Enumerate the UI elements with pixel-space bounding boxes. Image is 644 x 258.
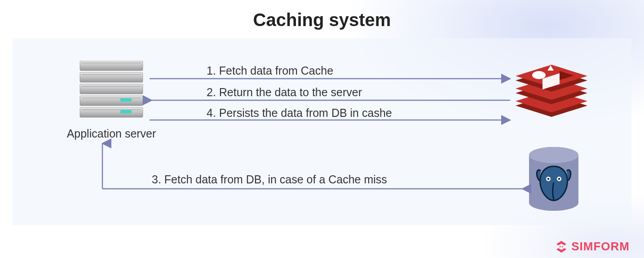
simform-logo-icon [555, 240, 568, 254]
simform-logo-text: SIMFORM [571, 240, 630, 254]
arrow-3-label: 3. Fetch data from DB, in case of a Cach… [152, 173, 387, 186]
arrow-2-label: 2. Return the data to the server [207, 86, 362, 99]
arrow-1-label: 1. Fetch data from Cache [207, 64, 333, 77]
diagram-title: Caching system [0, 10, 644, 30]
arrow-4-label: 4. Persists the data from DB in cashe [207, 107, 392, 120]
simform-logo: SIMFORM [555, 240, 630, 254]
diagram-panel: Application server [13, 38, 631, 225]
